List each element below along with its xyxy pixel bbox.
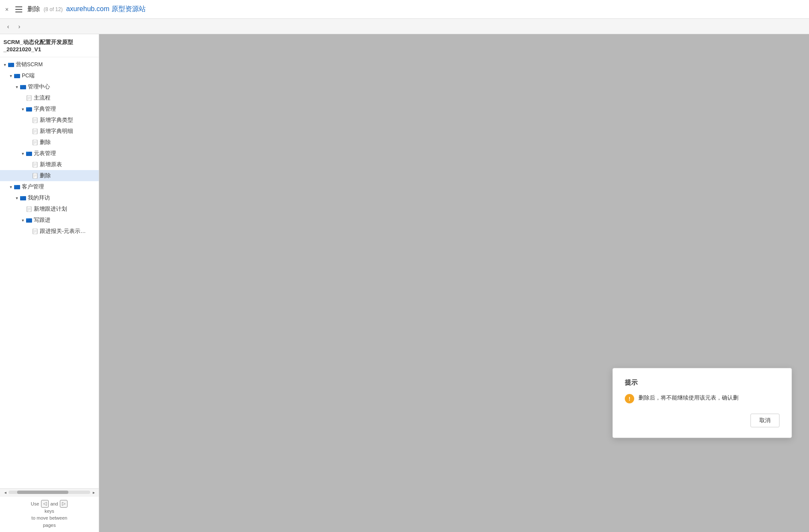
tree-label-zlc: 主流程	[34, 94, 50, 102]
tree-label-xzjj: 写跟进	[34, 217, 50, 224]
project-title: SCRM_动态化配置开发原型_20221020_V1	[0, 34, 99, 57]
tree-label-pcd: PC端	[22, 72, 35, 79]
dialog-title: 提示	[625, 379, 780, 387]
folder-icon	[20, 83, 26, 90]
dialog-message: 删除后，将不能继续使用该元表，确认删	[638, 394, 738, 403]
tree-toggle-pcd[interactable]: ▾	[8, 73, 14, 79]
sidebar: SCRM_动态化配置开发原型_20221020_V1 ▾营销SCRM▾PC端▾管…	[0, 34, 99, 532]
page-icon	[32, 139, 38, 146]
page-icon	[32, 228, 38, 235]
menu-button[interactable]	[14, 4, 24, 15]
key-right-icon: ▷	[60, 500, 68, 508]
tree-toggle-zdgl[interactable]: ▾	[20, 106, 26, 112]
tree-label-glzx: 管理中心	[28, 83, 50, 91]
page-counter: (8 of 12)	[44, 6, 63, 12]
sidebar-scrollbar[interactable]: ◂ ▸	[0, 488, 99, 496]
tree-item-ybgl[interactable]: ▾元表管理	[0, 148, 99, 159]
tree-toggle-xzyb	[26, 162, 32, 168]
tree-toggle-ybgl[interactable]: ▾	[20, 150, 26, 156]
tree-item-wdbf[interactable]: ▾我的拜访	[0, 192, 99, 203]
tree-toggle-xzzjjh	[20, 206, 26, 212]
tree-item-zlc[interactable]: 主流程	[0, 92, 99, 103]
nav-forward-button[interactable]: ›	[15, 22, 24, 31]
page-icon	[26, 206, 32, 212]
folder-icon	[8, 61, 15, 68]
svg-rect-37	[20, 196, 23, 197]
svg-rect-35	[14, 185, 17, 186]
key-left-icon: ◁	[41, 500, 49, 508]
dialog-box: 提示 ! 删除后，将不能继续使用该元表，确认删 取消	[612, 368, 792, 438]
content-area: 提示 ! 删除后，将不能继续使用该元表，确认删 取消	[99, 34, 809, 532]
tree-item-sc2[interactable]: 删除	[0, 170, 99, 181]
svg-rect-1	[8, 63, 11, 64]
keyboard-hint: Use ◁ and ▷ keys to move between pages	[0, 496, 99, 532]
main-layout: SCRM_动态化配置开发原型_20221020_V1 ▾营销SCRM▾PC端▾管…	[0, 34, 809, 532]
page-icon	[32, 117, 38, 123]
svg-rect-5	[20, 85, 23, 86]
tree-label-xzyb: 新增原表	[40, 161, 62, 168]
tree-label-sc1: 删除	[40, 139, 51, 146]
svg-rect-11	[26, 107, 29, 109]
scroll-left-arrow[interactable]: ◂	[2, 489, 9, 496]
tree-label-gjbgybzs: 跟进报关-元表示…	[40, 228, 86, 235]
dialog-overlay: 提示 ! 删除后，将不能继续使用该元表，确认删 取消	[99, 34, 809, 532]
tree-label-yxscrm: 营销SCRM	[16, 61, 43, 68]
tree-toggle-khgl[interactable]: ▾	[8, 184, 14, 190]
tree-item-khgl[interactable]: ▾客户管理	[0, 181, 99, 192]
tree-toggle-sc1	[26, 139, 32, 145]
tree-toggle-wdbf[interactable]: ▾	[14, 195, 20, 201]
svg-rect-43	[26, 218, 29, 220]
svg-rect-25	[26, 152, 29, 153]
tree-item-gjbgybzs[interactable]: 跟进报关-元表示…	[0, 226, 99, 237]
page-icon	[26, 94, 32, 101]
tree-label-xzzdlx: 新增字典类型	[40, 117, 73, 124]
tree-toggle-xzjj[interactable]: ▾	[20, 217, 26, 223]
folder-icon	[14, 72, 21, 79]
tree-item-glzx[interactable]: ▾管理中心	[0, 81, 99, 92]
top-bar: × 删除 (8 of 12) axurehub.com 原型资源站	[0, 0, 809, 19]
site-title[interactable]: axurehub.com 原型资源站	[66, 5, 146, 14]
warning-icon: !	[625, 394, 634, 403]
tree-item-yxscrm[interactable]: ▾营销SCRM	[0, 59, 99, 70]
tree-item-xzzdlx[interactable]: 新增字典类型	[0, 115, 99, 126]
folder-icon	[20, 194, 26, 201]
page-icon	[32, 161, 38, 168]
tree-item-pcd[interactable]: ▾PC端	[0, 70, 99, 81]
tree-item-sc1[interactable]: 删除	[0, 137, 99, 148]
chevron-left-icon: ‹	[7, 23, 9, 30]
scroll-right-arrow[interactable]: ▸	[90, 489, 97, 496]
tree-label-zdgl: 字典管理	[34, 106, 56, 113]
tree-toggle-zlc	[20, 95, 26, 101]
close-button[interactable]: ×	[3, 6, 10, 13]
tree-item-xzjj[interactable]: ▾写跟进	[0, 215, 99, 226]
nav-back-button[interactable]: ‹	[3, 22, 13, 31]
tree-toggle-glzx[interactable]: ▾	[14, 84, 20, 90]
tree-label-wdbf: 我的拜访	[28, 194, 50, 202]
folder-icon	[14, 183, 21, 190]
cancel-button[interactable]: 取消	[750, 414, 780, 427]
tree-toggle-xzzdlx	[26, 117, 32, 123]
tree-toggle-yxscrm[interactable]: ▾	[2, 62, 8, 68]
tree-toggle-sc2	[26, 173, 32, 179]
tree-toggle-gjbgybzs	[26, 228, 32, 234]
tree-item-xzzjjh[interactable]: 新增跟进计划	[0, 203, 99, 215]
tree-label-khgl: 客户管理	[22, 183, 44, 191]
folder-icon	[26, 150, 32, 157]
tree-label-sc2: 删除	[40, 172, 51, 179]
nav-bar: ‹ ›	[0, 19, 809, 34]
tree-label-ybgl: 元表管理	[34, 150, 56, 157]
chevron-right-icon: ›	[18, 23, 21, 30]
dialog-body: ! 删除后，将不能继续使用该元表，确认删	[625, 394, 780, 403]
page-icon	[32, 128, 38, 135]
page-icon	[32, 172, 38, 179]
scroll-track[interactable]	[9, 491, 90, 494]
sidebar-tree: ▾营销SCRM▾PC端▾管理中心主流程▾字典管理新增字典类型新增字典明细删除▾元…	[0, 57, 99, 488]
tree-item-xzzdmx[interactable]: 新增字典明细	[0, 126, 99, 137]
dialog-actions: 取消	[625, 414, 780, 427]
folder-icon	[26, 106, 32, 112]
tree-item-xzyb[interactable]: 新增原表	[0, 159, 99, 170]
page-title-label: 删除	[27, 5, 40, 13]
tree-item-zdgl[interactable]: ▾字典管理	[0, 103, 99, 115]
tree-label-xzzjjh: 新增跟进计划	[34, 206, 67, 213]
scroll-thumb[interactable]	[17, 491, 68, 494]
